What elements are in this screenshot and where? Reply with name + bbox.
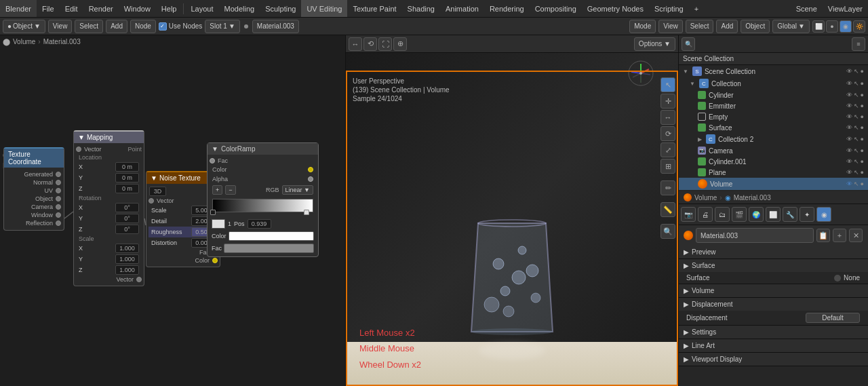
surface-item[interactable]: Surface 👁 ↖ ● [679, 122, 868, 133]
viewport-add-menu[interactable]: Add [716, 20, 738, 33]
mapping-node[interactable]: ▼ Mapping Vector Point Location X 0 m Y … [73, 130, 144, 286]
material-browse-btn[interactable]: 📋 [816, 229, 830, 242]
node-menu[interactable]: Node [130, 20, 156, 33]
displacement-header[interactable]: ▶ Displacement [678, 298, 868, 311]
noise-dim-field[interactable]: 3D [149, 187, 166, 196]
stop-pos-field[interactable]: 0.939 [248, 219, 271, 229]
use-nodes-toggle[interactable]: ✓ Use Nodes [159, 22, 202, 31]
viewport-object-menu[interactable]: Object [741, 20, 770, 33]
world-props-btn[interactable]: 🌍 [749, 207, 764, 222]
material-props-btn[interactable]: ◉ [816, 207, 831, 222]
modifier-props-btn[interactable]: 🔧 [783, 207, 797, 222]
emmitter-item[interactable]: Emmitter 👁 ↖ ● [679, 100, 868, 111]
gradient-stop-right[interactable] [304, 210, 309, 215]
interp-dropdown[interactable]: Linear ▼ [282, 185, 313, 195]
lineart-header[interactable]: ▶ Line Art [678, 339, 868, 352]
workspace-uv-editing[interactable]: UV Editing [301, 0, 347, 17]
workspace-geometry-nodes[interactable]: Geometry Nodes [582, 0, 649, 17]
material-remove-btn[interactable]: ✕ [849, 229, 863, 242]
menu-file[interactable]: File [37, 0, 60, 17]
scale-z-field[interactable]: 1.000 [115, 265, 139, 275]
volume-item[interactable]: Volume 👁 ↖ ● [679, 178, 868, 190]
menu-window[interactable]: Window [119, 0, 156, 17]
material-mode-btn[interactable]: ◉ [840, 20, 852, 33]
menu-edit[interactable]: Edit [60, 0, 83, 17]
measure-btn[interactable]: 📏 [660, 202, 675, 217]
empty-item[interactable]: Empty 👁 ↖ ● [679, 111, 868, 122]
viewport-nav-btn2[interactable]: ⟲ [363, 37, 377, 51]
object-mode-dropdown[interactable]: ● Object ▼ [3, 20, 45, 33]
select-tool-btn[interactable]: ↖ [660, 77, 675, 92]
plane-item[interactable]: Plane 👁 ↖ ● [679, 167, 868, 178]
scene-dropdown[interactable]: Scene [791, 0, 823, 17]
scale-x-field[interactable]: 1.000 [115, 244, 139, 253]
scene-props-btn[interactable]: 🎬 [732, 207, 747, 222]
output-props-btn[interactable]: 🖨 [698, 207, 713, 222]
object-props-btn[interactable]: ⬜ [766, 207, 781, 222]
material-add-btn[interactable]: + [833, 229, 846, 242]
viewport-select-menu[interactable]: Select [686, 20, 714, 33]
scale-y-field[interactable]: 1.000 [115, 254, 139, 264]
wireframe-mode-btn[interactable]: ⬜ [812, 20, 825, 33]
view-layer-props-btn[interactable]: 🗂 [715, 207, 730, 222]
settings-header[interactable]: ▶ Settings [678, 326, 868, 339]
colorramp-gradient[interactable] [212, 199, 313, 212]
camera-item[interactable]: 📷 Camera 👁 ↖ ● [679, 145, 868, 156]
cylinder001-item[interactable]: Cylinder.001 👁 ↖ ● [679, 156, 868, 167]
add-workspace-btn[interactable]: + [689, 0, 704, 17]
material-name-input[interactable] [696, 228, 814, 243]
viewport-nav-btn1[interactable]: ↔ [349, 37, 362, 51]
texcoord-node[interactable]: Texture Coordinate Generated Normal UV O… [3, 147, 64, 231]
volume-header[interactable]: ▶ Volume [678, 284, 868, 297]
select-menu[interactable]: Select [75, 20, 103, 33]
workspace-scripting[interactable]: Scripting [649, 0, 689, 17]
viewport-view-menu[interactable]: View [658, 20, 683, 33]
view-menu[interactable]: View [48, 20, 73, 33]
workspace-animation[interactable]: Animation [440, 0, 484, 17]
viewport-nav-btn4[interactable]: ⊕ [393, 37, 407, 51]
viewport-canvas[interactable]: User Perspective (139) Scene Collection … [346, 53, 678, 386]
cursor-tool-btn[interactable]: ✛ [660, 94, 675, 109]
add-stop-btn[interactable]: + [212, 185, 222, 195]
workspace-texture-paint[interactable]: Texture Paint [347, 0, 401, 17]
stop-fac-field[interactable] [224, 244, 314, 253]
viewport-nav-btn3[interactable]: ⛶ [378, 37, 392, 51]
menu-render[interactable]: Render [83, 0, 119, 17]
loc-x-field[interactable]: 0 m [115, 162, 139, 172]
particles-props-btn[interactable]: ✦ [800, 207, 814, 222]
viewport-display-header[interactable]: ▶ Viewport Display [678, 353, 868, 366]
zoom-btn[interactable]: 🔍 [660, 224, 675, 239]
render-icon[interactable]: ● [861, 68, 864, 75]
material-dropdown[interactable]: Material.003 [252, 20, 299, 33]
scale-tool-btn[interactable]: ⤢ [660, 142, 675, 157]
outliner-filter-btn[interactable]: 🔍 [682, 37, 695, 51]
transform-tool-btn[interactable]: ⊞ [660, 159, 675, 174]
move-tool-btn[interactable]: ↔ [660, 110, 675, 125]
view-layer-dropdown[interactable]: ViewLayer [823, 0, 868, 17]
viewport-mode-btn[interactable]: Mode [629, 20, 656, 33]
loc-y-field[interactable]: 0 m [115, 173, 139, 182]
cylinder-item[interactable]: Cylinder 👁 ↖ ● [679, 90, 868, 100]
stop-color-swatch[interactable] [212, 219, 225, 229]
outliner-filter2-btn[interactable]: ≡ [852, 37, 865, 51]
workspace-compositing[interactable]: Compositing [530, 0, 582, 17]
collection-item[interactable]: ▼ C Collection 👁 ↖ ● [679, 77, 868, 90]
rot-x-field[interactable]: 0° [115, 203, 139, 212]
shading-dropdown[interactable]: Global ▼ [772, 20, 810, 33]
render-props-btn[interactable]: 📷 [681, 207, 696, 222]
remove-stop-btn[interactable]: − [225, 185, 235, 195]
add-menu[interactable]: Add [106, 20, 127, 33]
collection2-item[interactable]: ▶ C Collection 2 👁 ↖ ● [679, 133, 868, 145]
surface-header[interactable]: ▶ Surface [678, 259, 868, 272]
menu-file[interactable]: Blender [0, 0, 37, 17]
use-nodes-checkbox[interactable]: ✓ [159, 22, 167, 31]
nav-gizmo[interactable] [627, 60, 654, 87]
stop-color-field[interactable] [229, 231, 314, 241]
scene-collection-item[interactable]: ▼ S Scene Collection 👁 ↖ ● [679, 65, 868, 77]
cursor-icon[interactable]: ↖ [854, 68, 859, 75]
eye-icon[interactable]: 👁 [846, 68, 852, 75]
workspace-shading[interactable]: Shading [402, 0, 440, 17]
workspace-layout[interactable]: Layout [185, 0, 218, 17]
workspace-sculpting[interactable]: Sculpting [260, 0, 301, 17]
annotate-btn[interactable]: ✏ [660, 180, 675, 195]
